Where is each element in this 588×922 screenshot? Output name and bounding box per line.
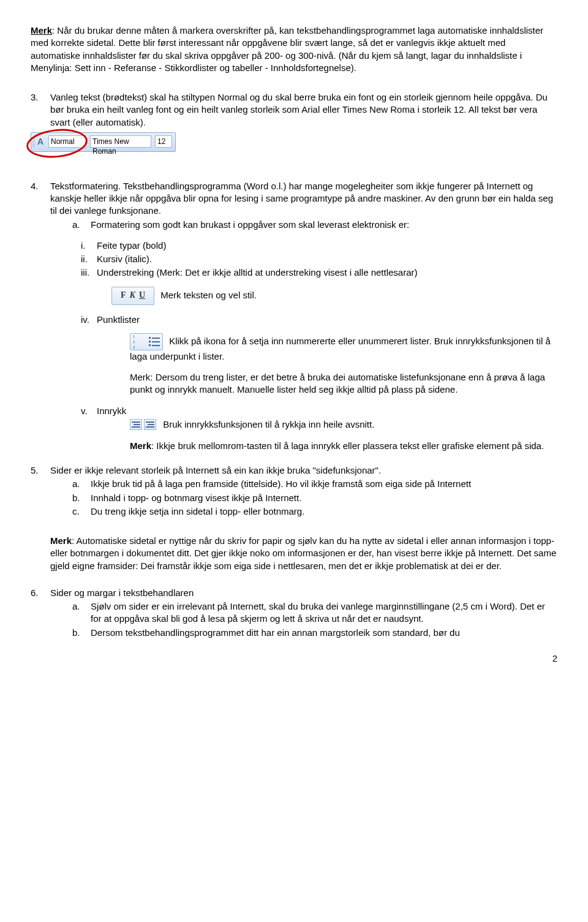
merk-label: Merk <box>130 440 151 451</box>
merk-label: Merk <box>50 535 72 546</box>
marker-4: 4. <box>31 180 50 461</box>
list-note: Merk: Dersom du treng lister, er det bet… <box>130 371 557 396</box>
indent-icon <box>144 419 156 430</box>
list-toolbar-row: 1 2 3 Klikk på ikona for å setja inn num… <box>130 333 557 363</box>
outdent-icon <box>130 419 142 430</box>
fku-caption: Merk teksten og vel stil. <box>158 289 257 300</box>
font-box: Times New Roman <box>90 135 151 148</box>
item5-text: Sider er ikkje relevant storleik på Inte… <box>50 465 381 475</box>
item5-a: a. Ikkje bruk tid på å laga pen framside… <box>72 478 557 490</box>
item6-b: b. Dersom tekstbehandlingsprogrammet dit… <box>72 627 557 639</box>
intro-note: Merk: Når du brukar denne måten å marker… <box>31 25 557 74</box>
list-item-5: 5. Sider er ikkje relevant storleik på I… <box>31 464 557 519</box>
item5-b: b. Innhald i topp- og botnmarg visest ik… <box>72 492 557 504</box>
item4-iii: iii. Understreking (Merk: Det er ikkje a… <box>81 266 557 279</box>
list-item-6: 6. Sider og margar i tekstbehandlaren a.… <box>31 587 557 640</box>
indent-toolbar-row: Bruk innrykksfunksjonen til å rykkja inn… <box>130 418 557 431</box>
bold-italic-underline-row: F K U Merk teksten og vel stil. <box>111 287 557 305</box>
item6-a: a. Sjølv om sider er ein irrelevant på I… <box>72 600 557 625</box>
item4-ii: ii. Kursiv (italic). <box>81 253 557 265</box>
marker-3: 3. <box>31 91 50 129</box>
style-toolbar-image: A Normal Times New Roman 12 <box>31 132 176 152</box>
bullet-list-icon <box>148 335 161 349</box>
item4-text: Tekstformatering. Tekstbehandlingsprogra… <box>50 181 553 216</box>
item6-text: Sider og margar i tekstbehandlaren <box>50 588 194 598</box>
merk-label: Merk <box>31 25 52 36</box>
size-box: 12 <box>155 135 172 148</box>
indent-toolbar-icon <box>130 419 157 431</box>
item5-c: c. Du treng ikkje setja inn sidetal i to… <box>72 505 557 518</box>
item4-iv: iv. Punktlister <box>81 314 557 326</box>
note-5: Merk: Automatiske sidetal er nyttige når… <box>50 535 557 572</box>
indent-note: Merk: Ikkje bruk mellomrom-tasten til å … <box>130 440 557 452</box>
fku-toolbar-icon: F K U <box>111 287 154 305</box>
list-item-3: 3. Vanleg tekst (brødtekst) skal ha stil… <box>31 91 557 129</box>
list-toolbar-icon: 1 2 3 <box>130 333 163 350</box>
item3-text: Vanleg tekst (brødtekst) skal ha stiltyp… <box>50 91 557 129</box>
marker-5: 5. <box>31 464 50 519</box>
page-number: 2 <box>31 652 557 665</box>
marker-6: 6. <box>31 587 50 640</box>
item4-v: v. Innrykk <box>81 405 557 417</box>
intro-text: : Når du brukar denne måten å markera ov… <box>31 25 543 73</box>
numbered-list-icon: 1 2 3 <box>132 335 145 349</box>
style-box: Normal <box>48 135 86 148</box>
item4-a: a. Formatering som godt kan brukast i op… <box>72 219 557 231</box>
list-caption: Klikk på ikona for å setja inn nummerert… <box>130 336 551 361</box>
indent-caption: Bruk innrykksfunksjonen til å rykkja inn… <box>160 419 374 429</box>
list-item-4: 4. Tekstformatering. Tekstbehandlingspro… <box>31 180 557 461</box>
item4-i: i. Feite typar (bold) <box>81 240 557 252</box>
